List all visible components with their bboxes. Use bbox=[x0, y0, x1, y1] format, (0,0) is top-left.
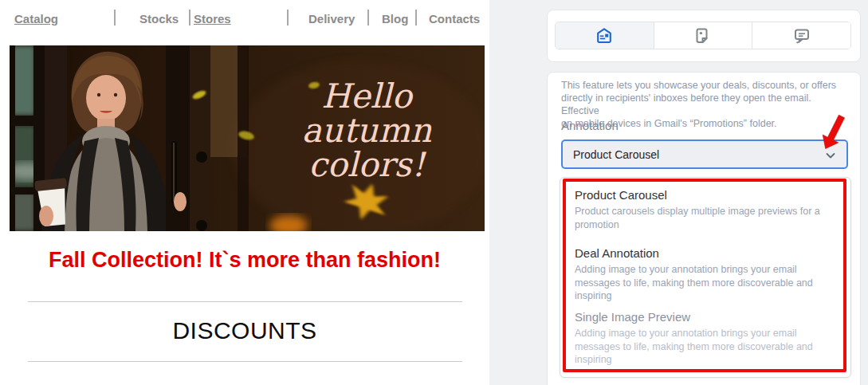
nav-link-catalog[interactable]: Catalog bbox=[14, 12, 58, 26]
tab-deals[interactable] bbox=[654, 22, 752, 49]
app-root: Catalog Stocks Stores Delivery Blog Cont… bbox=[0, 0, 868, 385]
option-single-image-preview[interactable]: Single Image Preview Adding image to you… bbox=[575, 310, 842, 367]
email-headline: Fall Collection! It`s more than fashion! bbox=[0, 248, 489, 273]
hero-banner-image: Hello autumn colors! bbox=[10, 45, 485, 231]
option-title: Single Image Preview bbox=[575, 310, 842, 324]
option-title: Product Carousel bbox=[575, 188, 842, 202]
nav-separator bbox=[189, 10, 190, 26]
divider bbox=[28, 301, 462, 302]
nav-separator bbox=[287, 10, 289, 26]
hero-line-3: colors! bbox=[308, 145, 426, 184]
annotation-type-select[interactable]: Product Carousel bbox=[561, 139, 848, 169]
tab-bar bbox=[555, 22, 851, 49]
select-options-dropdown: Product Carousel Product carousels displ… bbox=[560, 177, 851, 378]
divider bbox=[28, 361, 462, 362]
tab-comments[interactable] bbox=[752, 22, 850, 49]
nav-separator bbox=[367, 10, 369, 26]
option-deal-annotation[interactable]: Deal Annotation Adding image to your ann… bbox=[575, 246, 842, 303]
selected-option-value: Product Carousel bbox=[573, 148, 659, 161]
promo-envelope-icon bbox=[595, 26, 614, 45]
hero-line-2: autumn bbox=[302, 111, 433, 150]
option-description: Product carousels display multiple image… bbox=[575, 205, 842, 231]
nav-link-delivery[interactable]: Delivery bbox=[308, 12, 355, 26]
nav-separator bbox=[415, 10, 417, 26]
option-title: Deal Annotation bbox=[575, 246, 842, 260]
annotation-settings-card: This feature lets you showcase your deal… bbox=[547, 72, 861, 385]
discounts-heading: DISCOUNTS bbox=[0, 317, 489, 344]
nav-link-stores[interactable]: Stores bbox=[194, 12, 231, 26]
chevron-down-icon bbox=[824, 149, 837, 162]
deal-tag-icon bbox=[693, 26, 713, 45]
chat-bubble-icon bbox=[792, 26, 811, 45]
tab-annotations[interactable] bbox=[556, 22, 654, 49]
nav-link-stocks[interactable]: Stocks bbox=[139, 12, 179, 26]
option-description: Adding image to your annotation brings y… bbox=[575, 263, 842, 303]
email-preview: Catalog Stocks Stores Delivery Blog Cont… bbox=[0, 0, 489, 385]
email-nav: Catalog Stocks Stores Delivery Blog Cont… bbox=[0, 0, 489, 38]
nav-separator bbox=[114, 10, 116, 26]
nav-link-contacts[interactable]: Contacts bbox=[429, 12, 480, 26]
option-product-carousel[interactable]: Product Carousel Product carousels displ… bbox=[575, 188, 842, 231]
tabs-card bbox=[547, 10, 861, 62]
hero-line-1: Hello bbox=[321, 77, 414, 116]
annotation-label: Annotation bbox=[561, 119, 619, 132]
option-description: Adding image to your annotation brings y… bbox=[575, 327, 842, 367]
nav-link-blog[interactable]: Blog bbox=[382, 12, 408, 26]
